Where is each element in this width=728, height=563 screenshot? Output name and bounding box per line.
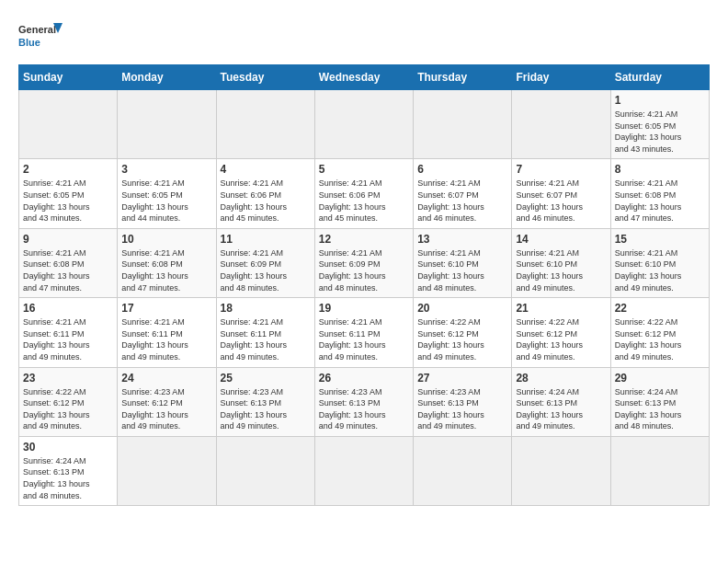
day-number: 9 <box>23 233 113 246</box>
calendar-cell: 14Sunrise: 4:21 AM Sunset: 6:10 PM Dayli… <box>512 228 610 297</box>
calendar-cell <box>610 436 709 505</box>
calendar-body: 1Sunrise: 4:21 AM Sunset: 6:05 PM Daylig… <box>19 90 710 506</box>
day-number: 30 <box>23 441 113 454</box>
calendar-cell: 27Sunrise: 4:23 AM Sunset: 6:13 PM Dayli… <box>414 367 512 436</box>
header-day-sunday: Sunday <box>19 65 118 90</box>
day-info: Sunrise: 4:21 AM Sunset: 6:09 PM Dayligh… <box>221 247 311 293</box>
day-number: 23 <box>23 372 113 385</box>
day-info: Sunrise: 4:21 AM Sunset: 6:11 PM Dayligh… <box>23 316 113 362</box>
day-number: 20 <box>417 302 507 315</box>
day-number: 18 <box>221 302 311 315</box>
calendar-cell <box>314 436 413 505</box>
calendar-cell: 24Sunrise: 4:23 AM Sunset: 6:12 PM Dayli… <box>118 367 216 436</box>
day-info: Sunrise: 4:21 AM Sunset: 6:11 PM Dayligh… <box>121 316 211 362</box>
header-day-wednesday: Wednesday <box>314 65 413 90</box>
calendar-cell: 18Sunrise: 4:21 AM Sunset: 6:11 PM Dayli… <box>216 298 314 367</box>
day-info: Sunrise: 4:21 AM Sunset: 6:08 PM Dayligh… <box>121 247 211 293</box>
calendar-cell <box>216 436 314 505</box>
day-number: 13 <box>417 233 507 246</box>
header-day-thursday: Thursday <box>414 65 512 90</box>
calendar-cell <box>414 90 512 159</box>
calendar-header: SundayMondayTuesdayWednesdayThursdayFrid… <box>19 65 710 90</box>
day-info: Sunrise: 4:21 AM Sunset: 6:11 PM Dayligh… <box>221 316 311 362</box>
day-info: Sunrise: 4:23 AM Sunset: 6:12 PM Dayligh… <box>121 386 211 432</box>
day-number: 5 <box>319 163 409 176</box>
day-number: 21 <box>516 302 606 315</box>
calendar-cell: 12Sunrise: 4:21 AM Sunset: 6:09 PM Dayli… <box>314 228 413 297</box>
calendar-cell: 20Sunrise: 4:22 AM Sunset: 6:12 PM Dayli… <box>414 298 512 367</box>
week-row-0: 1Sunrise: 4:21 AM Sunset: 6:05 PM Daylig… <box>19 90 710 159</box>
day-info: Sunrise: 4:21 AM Sunset: 6:08 PM Dayligh… <box>23 247 113 293</box>
day-number: 29 <box>615 372 705 385</box>
calendar-cell <box>216 90 314 159</box>
header-day-saturday: Saturday <box>610 65 709 90</box>
calendar-cell: 1Sunrise: 4:21 AM Sunset: 6:05 PM Daylig… <box>610 90 709 159</box>
day-number: 22 <box>615 302 705 315</box>
calendar-cell: 23Sunrise: 4:22 AM Sunset: 6:12 PM Dayli… <box>19 367 118 436</box>
calendar-cell: 16Sunrise: 4:21 AM Sunset: 6:11 PM Dayli… <box>19 298 118 367</box>
calendar-cell: 6Sunrise: 4:21 AM Sunset: 6:07 PM Daylig… <box>414 159 512 228</box>
day-info: Sunrise: 4:21 AM Sunset: 6:05 PM Dayligh… <box>23 178 113 224</box>
day-info: Sunrise: 4:21 AM Sunset: 6:10 PM Dayligh… <box>615 247 705 293</box>
calendar-cell: 15Sunrise: 4:21 AM Sunset: 6:10 PM Dayli… <box>610 228 709 297</box>
week-row-4: 23Sunrise: 4:22 AM Sunset: 6:12 PM Dayli… <box>19 367 710 436</box>
calendar-cell <box>314 90 413 159</box>
week-row-1: 2Sunrise: 4:21 AM Sunset: 6:05 PM Daylig… <box>19 159 710 228</box>
day-number: 17 <box>121 302 211 315</box>
day-info: Sunrise: 4:22 AM Sunset: 6:12 PM Dayligh… <box>417 316 507 362</box>
calendar-cell: 5Sunrise: 4:21 AM Sunset: 6:06 PM Daylig… <box>314 159 413 228</box>
calendar-cell <box>414 436 512 505</box>
calendar-cell: 8Sunrise: 4:21 AM Sunset: 6:08 PM Daylig… <box>610 159 709 228</box>
day-number: 8 <box>615 163 705 176</box>
logo: General Blue <box>18 18 64 55</box>
calendar-cell: 2Sunrise: 4:21 AM Sunset: 6:05 PM Daylig… <box>19 159 118 228</box>
calendar-cell: 7Sunrise: 4:21 AM Sunset: 6:07 PM Daylig… <box>512 159 610 228</box>
calendar-cell: 29Sunrise: 4:24 AM Sunset: 6:13 PM Dayli… <box>610 367 709 436</box>
calendar-cell: 22Sunrise: 4:22 AM Sunset: 6:12 PM Dayli… <box>610 298 709 367</box>
day-info: Sunrise: 4:21 AM Sunset: 6:06 PM Dayligh… <box>221 178 311 224</box>
day-number: 16 <box>23 302 113 315</box>
day-number: 14 <box>516 233 606 246</box>
week-row-3: 16Sunrise: 4:21 AM Sunset: 6:11 PM Dayli… <box>19 298 710 367</box>
calendar-cell <box>512 436 610 505</box>
calendar-cell <box>19 90 118 159</box>
day-number: 1 <box>615 94 705 107</box>
day-number: 4 <box>221 163 311 176</box>
day-info: Sunrise: 4:21 AM Sunset: 6:07 PM Dayligh… <box>516 178 606 224</box>
day-number: 26 <box>319 372 409 385</box>
week-row-2: 9Sunrise: 4:21 AM Sunset: 6:08 PM Daylig… <box>19 228 710 297</box>
day-info: Sunrise: 4:21 AM Sunset: 6:11 PM Dayligh… <box>319 316 409 362</box>
calendar-table: SundayMondayTuesdayWednesdayThursdayFrid… <box>18 64 710 506</box>
day-number: 15 <box>615 233 705 246</box>
day-info: Sunrise: 4:22 AM Sunset: 6:12 PM Dayligh… <box>615 316 705 362</box>
day-info: Sunrise: 4:21 AM Sunset: 6:05 PM Dayligh… <box>615 109 705 155</box>
header: General Blue <box>18 18 710 55</box>
day-number: 6 <box>417 163 507 176</box>
day-number: 11 <box>221 233 311 246</box>
day-number: 3 <box>121 163 211 176</box>
day-info: Sunrise: 4:24 AM Sunset: 6:13 PM Dayligh… <box>23 455 113 501</box>
svg-text:General: General <box>18 24 56 35</box>
day-number: 7 <box>516 163 606 176</box>
day-info: Sunrise: 4:21 AM Sunset: 6:06 PM Dayligh… <box>319 178 409 224</box>
day-info: Sunrise: 4:21 AM Sunset: 6:05 PM Dayligh… <box>121 178 211 224</box>
calendar-cell <box>512 90 610 159</box>
week-row-5: 30Sunrise: 4:24 AM Sunset: 6:13 PM Dayli… <box>19 436 710 505</box>
calendar-cell: 10Sunrise: 4:21 AM Sunset: 6:08 PM Dayli… <box>118 228 216 297</box>
day-info: Sunrise: 4:21 AM Sunset: 6:10 PM Dayligh… <box>417 247 507 293</box>
day-info: Sunrise: 4:21 AM Sunset: 6:10 PM Dayligh… <box>516 247 606 293</box>
calendar-cell: 30Sunrise: 4:24 AM Sunset: 6:13 PM Dayli… <box>19 436 118 505</box>
day-info: Sunrise: 4:23 AM Sunset: 6:13 PM Dayligh… <box>417 386 507 432</box>
day-number: 2 <box>23 163 113 176</box>
day-info: Sunrise: 4:24 AM Sunset: 6:13 PM Dayligh… <box>516 386 606 432</box>
calendar-cell: 26Sunrise: 4:23 AM Sunset: 6:13 PM Dayli… <box>314 367 413 436</box>
day-number: 24 <box>121 372 211 385</box>
header-day-friday: Friday <box>512 65 610 90</box>
calendar-cell <box>118 90 216 159</box>
header-row: SundayMondayTuesdayWednesdayThursdayFrid… <box>19 65 710 90</box>
calendar-cell: 3Sunrise: 4:21 AM Sunset: 6:05 PM Daylig… <box>118 159 216 228</box>
day-number: 12 <box>319 233 409 246</box>
logo-svg: General Blue <box>18 18 64 55</box>
calendar-cell: 9Sunrise: 4:21 AM Sunset: 6:08 PM Daylig… <box>19 228 118 297</box>
day-info: Sunrise: 4:23 AM Sunset: 6:13 PM Dayligh… <box>221 386 311 432</box>
